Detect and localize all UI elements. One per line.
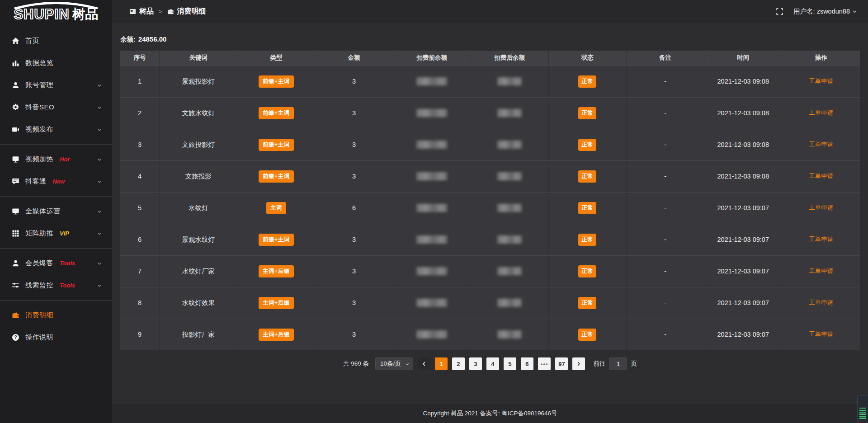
sidebar-item-抖客通[interactable]: 抖客通 New (0, 170, 112, 193)
logo-arc (11, 2, 101, 9)
sidebar-item-全媒体运营[interactable]: 全媒体运营 (0, 200, 112, 222)
chevron-down-icon (97, 209, 102, 214)
chevron-down-icon (97, 83, 102, 88)
ticket-request-link[interactable]: 工单申请 (809, 268, 833, 274)
page-ellipsis-button[interactable]: ••• (538, 357, 551, 370)
redacted-balance-before (416, 109, 447, 117)
ticket-request-link[interactable]: 工单申请 (809, 173, 833, 179)
breadcrumb-home[interactable]: 树品 (129, 7, 154, 16)
page-button-3[interactable]: 3 (469, 357, 482, 370)
page-button-2[interactable]: 2 (452, 357, 465, 370)
sidebar-item-label: 抖音SEO (25, 103, 54, 112)
page-size-label: 10条/页 (380, 360, 401, 367)
amount-cell: 3 (315, 287, 393, 319)
amount-cell: 3 (315, 66, 393, 97)
sidebar-item-首页[interactable]: 首页 (0, 30, 112, 52)
sidebar-divider (0, 248, 112, 249)
redacted-balance-after (497, 204, 522, 212)
page-button-97[interactable]: 97 (555, 357, 568, 370)
balance-before-cell (393, 255, 471, 287)
page-button-6[interactable]: 6 (521, 357, 533, 370)
pagination: 共 969 条 10条/页 123456•••97 前往 页 (120, 357, 860, 370)
sidebar-item-label: 数据总览 (25, 59, 53, 67)
jump-page-input[interactable] (609, 357, 627, 370)
ticket-request-link[interactable]: 工单申请 (809, 299, 833, 306)
status-cell: 正常 (548, 129, 626, 160)
breadcrumb: 树品 > 消费明细 (129, 7, 206, 16)
status-cell: 正常 (548, 192, 626, 224)
page-size-select[interactable]: 10条/页 (375, 357, 413, 370)
remark-cell: - (627, 319, 704, 350)
status-badge: 正常 (578, 202, 596, 214)
row-index-cell: 5 (120, 192, 160, 224)
balance-after-cell (471, 319, 548, 350)
ticket-request-link[interactable]: 工单申请 (809, 141, 833, 148)
page-button-5[interactable]: 5 (504, 357, 516, 370)
question-icon: ? (11, 334, 19, 342)
time-cell: 2021-12-03 09:07 (704, 287, 782, 319)
keyword-cell: 文旅水纹灯 (160, 97, 237, 129)
table-row: 4文旅投影前缀+主词3正常-2021-12-03 09:08工单申请 (120, 160, 860, 192)
prev-page-button[interactable] (418, 357, 430, 370)
chevron-down-icon (97, 179, 102, 184)
balance-before-cell (393, 287, 471, 319)
status-badge: 正常 (578, 170, 596, 183)
sidebar-item-视频发布[interactable]: 视频发布 (0, 118, 112, 141)
type-cell: 前缀+主词 (237, 66, 315, 97)
main-area: 树品 > 消费明细 用户名: zswodun88 余额:24856.00 (112, 0, 868, 423)
table-row: 9投影灯厂家主词+后缀3正常-2021-12-03 09:07工单申请 (120, 319, 860, 350)
time-cell: 2021-12-03 09:07 (704, 319, 782, 350)
ticket-request-link[interactable]: 工单申请 (809, 78, 833, 85)
sidebar-item-会员爆客[interactable]: 会员爆客 Tools (0, 252, 112, 274)
page-button-4[interactable]: 4 (486, 357, 499, 370)
sidebar-item-视频加热[interactable]: 视频加热 Hot (0, 148, 112, 170)
type-badge: 主词+后缀 (259, 297, 294, 309)
amount-cell: 3 (315, 97, 393, 129)
floating-widget[interactable] (857, 395, 868, 422)
sidebar-item-操作说明[interactable]: ? 操作说明 (0, 326, 112, 348)
screen-icon (11, 155, 19, 164)
sidebar-item-label: 视频发布 (25, 125, 53, 134)
type-badge: 前缀+主词 (259, 107, 294, 119)
breadcrumb-current[interactable]: 消费明细 (167, 7, 206, 16)
sidebar-item-数据总览[interactable]: 数据总览 (0, 52, 112, 74)
sidebar-item-label: 抖客通 (25, 177, 47, 186)
chevron-down-icon (405, 362, 410, 367)
username: 用户名: zswodun88 (793, 7, 850, 16)
action-cell: 工单申请 (782, 129, 860, 160)
type-cell: 主词 (237, 192, 315, 224)
ticket-request-link[interactable]: 工单申请 (809, 331, 833, 338)
balance-after-cell (471, 66, 548, 97)
bar-chart-icon (11, 59, 19, 67)
app-window-icon (129, 8, 136, 15)
ticket-request-link[interactable]: 工单申请 (809, 204, 833, 211)
column-header-扣费前余额: 扣费前余额 (393, 51, 471, 66)
sidebar-item-消费明细[interactable]: 消费明细 (0, 304, 112, 326)
fullscreen-icon[interactable] (776, 8, 783, 15)
redacted-balance-after (497, 267, 522, 275)
logo: SHUPIN 树品 (0, 0, 112, 26)
page-button-1[interactable]: 1 (435, 357, 448, 370)
action-cell: 工单申请 (782, 97, 860, 129)
keyword-cell: 景观水纹灯 (160, 224, 237, 255)
chevron-down-icon (97, 283, 102, 288)
redacted-balance-after (497, 299, 522, 307)
redacted-balance-before (416, 330, 447, 338)
ticket-request-link[interactable]: 工单申请 (809, 109, 833, 116)
sidebar-item-矩阵助推[interactable]: 矩阵助推 VIP (0, 222, 112, 244)
amount-cell: 3 (315, 129, 393, 160)
topbar-right: 用户名: zswodun88 (776, 7, 857, 16)
ticket-request-link[interactable]: 工单申请 (809, 236, 833, 243)
sidebar-item-线索监控[interactable]: 线索监控 Tools (0, 274, 112, 296)
sidebar-item-抖音SEO[interactable]: 抖音SEO (0, 96, 112, 118)
balance-after-cell (471, 192, 548, 224)
sidebar-item-tag: VIP (60, 230, 69, 237)
chevron-down-icon (97, 157, 102, 162)
wallet-icon (167, 8, 174, 15)
status-badge: 正常 (578, 265, 596, 277)
type-badge: 前缀+主词 (259, 139, 294, 151)
home-icon (11, 37, 19, 45)
user-dropdown[interactable]: 用户名: zswodun88 (793, 7, 857, 16)
sidebar-item-账号管理[interactable]: 账号管理 (0, 74, 112, 96)
next-page-button[interactable] (572, 357, 585, 370)
